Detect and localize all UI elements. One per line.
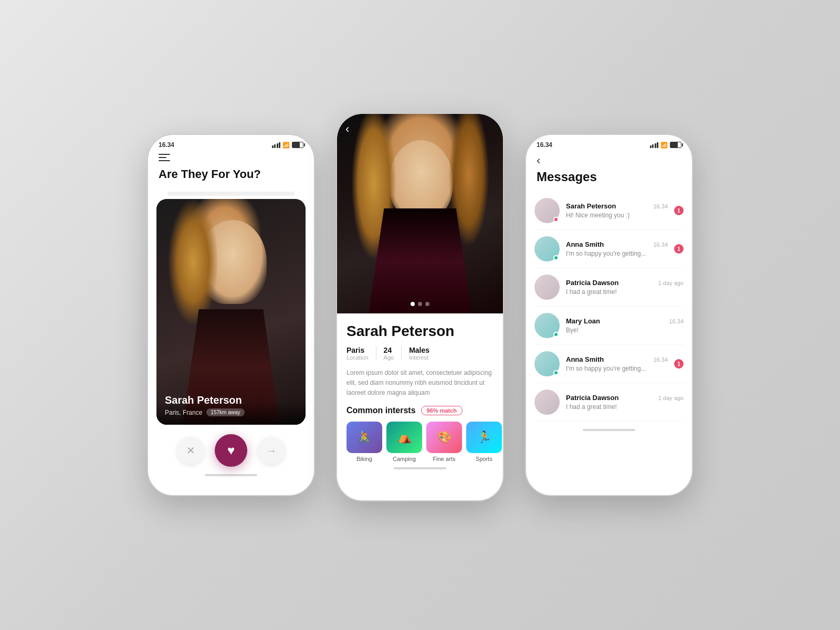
profile-card[interactable]: Sarah Peterson Paris, France 157km away bbox=[156, 199, 306, 425]
section-title: Common intersts bbox=[346, 406, 416, 415]
msg-name-1: Anna Smith bbox=[566, 240, 604, 248]
msg-name-0: Sarah Peterson bbox=[566, 202, 616, 210]
camping-label: Camping bbox=[393, 456, 416, 462]
message-item-4[interactable]: Anna Smith 16.34 I'm so happy you're get… bbox=[534, 345, 684, 383]
msg-preview-5: I had a great time! bbox=[566, 403, 684, 411]
interests-grid: Biking Camping Fine arts Sports bbox=[346, 422, 494, 462]
message-content-2: Patricia Dawson 1 day ago I had a great … bbox=[566, 279, 684, 296]
interest-value: Males bbox=[409, 346, 429, 354]
page-title: Are They For You? bbox=[159, 167, 303, 181]
phones-container: 16.34 📶 Are They For You? bbox=[147, 129, 693, 501]
interest-biking[interactable]: Biking bbox=[346, 422, 382, 462]
profile-details: Sarah Peterson Paris Location 24 Ago Mal… bbox=[337, 313, 503, 462]
meta-interest: Males Interest bbox=[409, 346, 429, 361]
match-badge: 96% match bbox=[421, 406, 463, 415]
msg-time-5: 1 day ago bbox=[658, 395, 684, 401]
dot-1 bbox=[411, 302, 415, 306]
meta-row: Paris Location 24 Ago Males Interest bbox=[346, 346, 494, 361]
profile-location: Paris, France bbox=[165, 409, 202, 416]
distance-badge: 157km away bbox=[206, 408, 244, 416]
phone-messages: 16.34 📶 ‹ Messages bbox=[525, 134, 693, 496]
msg-name-row-3: Mary Loan 16.34 bbox=[566, 317, 684, 325]
like-button[interactable]: ♥ bbox=[215, 434, 247, 467]
msg-name-2: Patricia Dawson bbox=[566, 279, 618, 287]
msg-time-4: 16.34 bbox=[653, 356, 668, 363]
message-content-5: Patricia Dawson 1 day ago I had a great … bbox=[566, 394, 684, 411]
sports-thumb bbox=[466, 422, 502, 453]
battery-icon-3 bbox=[670, 142, 681, 148]
status-bar-1: 16.34 📶 bbox=[148, 135, 314, 152]
message-item-5[interactable]: Patricia Dawson 1 day ago I had a great … bbox=[534, 383, 684, 422]
avatar-wrap-1 bbox=[534, 236, 560, 261]
hamburger-menu[interactable] bbox=[159, 154, 170, 161]
phone-discovery: 16.34 📶 Are They For You? bbox=[147, 134, 315, 496]
back-button-messages[interactable]: ‹ bbox=[537, 154, 681, 167]
back-button[interactable]: ‹ bbox=[345, 122, 349, 136]
battery-icon bbox=[292, 142, 303, 148]
phone-profile-detail: ‹ Sarah Peterson Paris bbox=[336, 113, 504, 501]
avatar-2 bbox=[534, 275, 560, 300]
avatar-wrap-5 bbox=[534, 390, 560, 415]
interest-finearts[interactable]: Fine arts bbox=[426, 422, 462, 462]
profile-overlay: Sarah Peterson Paris, France 157km away bbox=[156, 386, 306, 425]
status-time-1: 16.34 bbox=[159, 141, 174, 149]
online-dot-1 bbox=[553, 255, 559, 260]
online-dot-4 bbox=[553, 370, 559, 375]
interest-camping[interactable]: Camping bbox=[386, 422, 422, 462]
messages-title: Messages bbox=[537, 170, 681, 184]
profile-image-section: ‹ bbox=[337, 114, 503, 313]
messages-header: ‹ Messages bbox=[526, 152, 692, 192]
home-indicator-2 bbox=[394, 467, 446, 469]
msg-name-4: Anna Smith bbox=[566, 355, 604, 363]
person-name: Sarah Peterson bbox=[346, 323, 494, 340]
msg-time-1: 16.34 bbox=[653, 242, 668, 248]
online-dot-3 bbox=[553, 332, 559, 337]
interest-sports[interactable]: Sports bbox=[466, 422, 502, 462]
msg-name-row-2: Patricia Dawson 1 day ago bbox=[566, 279, 684, 287]
msg-name-row-4: Anna Smith 16.34 bbox=[566, 355, 668, 363]
common-interests-header: Common intersts 96% match bbox=[346, 406, 494, 415]
message-content-3: Mary Loan 16.34 Bye! bbox=[566, 317, 684, 334]
msg-time-3: 16.34 bbox=[669, 318, 684, 324]
camping-thumb bbox=[386, 422, 422, 453]
photo-dots bbox=[411, 302, 429, 306]
age-value: 24 bbox=[384, 346, 394, 354]
message-item-0[interactable]: Sarah Peterson 16.34 Hi! Nice meeting yo… bbox=[534, 192, 684, 230]
msg-name-3: Mary Loan bbox=[566, 317, 600, 325]
avatar-wrap-4 bbox=[534, 351, 560, 376]
message-item-1[interactable]: Anna Smith 16.34 I'm so happy you're get… bbox=[534, 230, 684, 268]
status-time-3: 16.34 bbox=[537, 141, 552, 149]
status-icons-3: 📶 bbox=[650, 142, 682, 149]
msg-preview-1: I'm so happy you're getting... bbox=[566, 250, 668, 257]
meta-age: 24 Ago bbox=[384, 346, 394, 361]
unread-badge-1: 1 bbox=[674, 244, 684, 254]
biking-thumb bbox=[346, 422, 382, 453]
message-content-1: Anna Smith 16.34 I'm so happy you're get… bbox=[566, 240, 668, 257]
message-item-3[interactable]: Mary Loan 16.34 Bye! bbox=[534, 307, 684, 345]
interest-label: Interest bbox=[409, 354, 429, 361]
profile-name-card: Sarah Peterson bbox=[165, 394, 297, 406]
message-content-0: Sarah Peterson 16.34 Hi! Nice meeting yo… bbox=[566, 202, 668, 219]
signal-icon bbox=[272, 142, 281, 148]
dot-2 bbox=[418, 302, 422, 306]
next-button[interactable]: → bbox=[258, 437, 285, 464]
biking-label: Biking bbox=[356, 456, 372, 462]
card-indicator bbox=[167, 192, 294, 196]
sports-label: Sports bbox=[476, 456, 492, 462]
message-item-2[interactable]: Patricia Dawson 1 day ago I had a great … bbox=[534, 268, 684, 307]
card-stack: Sarah Peterson Paris, France 157km away bbox=[148, 192, 314, 425]
avatar-5 bbox=[534, 390, 560, 415]
phone1-header: Are They For You? bbox=[148, 152, 314, 192]
dismiss-button[interactable]: ✕ bbox=[177, 437, 204, 464]
meta-divider-2 bbox=[401, 346, 402, 361]
msg-time-0: 16.34 bbox=[653, 203, 668, 209]
wifi-icon: 📶 bbox=[282, 142, 290, 149]
home-indicator-1 bbox=[205, 474, 257, 476]
wifi-icon-3: 📶 bbox=[660, 142, 668, 149]
finearts-label: Fine arts bbox=[433, 456, 456, 462]
msg-time-2: 1 day ago bbox=[658, 280, 684, 286]
msg-preview-0: Hi! Nice meeting you :) bbox=[566, 212, 668, 219]
location-label: Location bbox=[346, 354, 369, 361]
msg-name-row-0: Sarah Peterson 16.34 bbox=[566, 202, 668, 210]
status-icons-1: 📶 bbox=[272, 142, 304, 149]
